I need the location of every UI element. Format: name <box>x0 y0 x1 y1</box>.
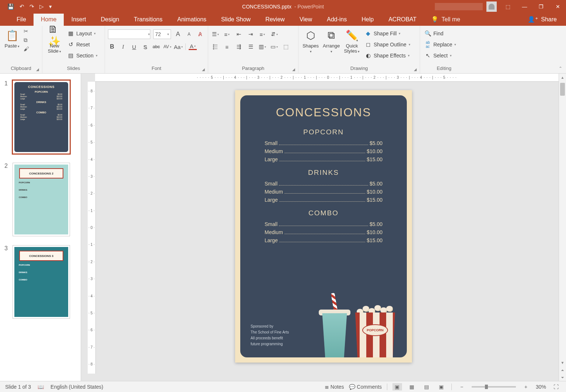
tab-file[interactable]: File <box>9 14 34 26</box>
collapse-ribbon-icon[interactable]: ⌃ <box>559 66 562 71</box>
slide-counter[interactable]: Slide 1 of 3 <box>5 384 31 390</box>
increase-indent-button[interactable]: ⇥ <box>247 30 255 38</box>
share-button[interactable]: 👤⁺ Share <box>528 16 557 26</box>
shape-outline-button[interactable]: ◻Shape Outline <box>363 40 412 49</box>
paste-button[interactable]: 📋 Paste <box>3 28 21 49</box>
font-size-select[interactable]: 72▾ <box>153 29 171 39</box>
align-left-button[interactable]: ⬱ <box>211 43 219 51</box>
menu-row[interactable]: Small$5.00 <box>265 140 382 146</box>
clipboard-dialog-launcher[interactable]: ◢ <box>36 67 41 73</box>
tell-me-search[interactable]: 💡 Tell me <box>424 13 468 26</box>
font-family-select[interactable]: ▾ <box>108 29 150 39</box>
tab-design[interactable]: Design <box>93 14 126 26</box>
decrease-font-icon[interactable]: A <box>185 30 193 38</box>
slide-sorter-view-icon[interactable]: ▦ <box>407 383 417 391</box>
horizontal-ruler[interactable] <box>95 74 559 82</box>
fit-to-window-icon[interactable]: ⛶ <box>551 383 561 391</box>
account-avatar-icon[interactable] <box>486 1 497 12</box>
text-shadow-button[interactable]: S <box>141 43 149 51</box>
next-slide-icon[interactable]: ⏷ <box>559 374 566 381</box>
redo-icon[interactable]: ↷ <box>29 3 34 10</box>
font-color-button[interactable]: A <box>189 43 197 50</box>
text-direction-button[interactable]: ⇵ <box>270 30 278 38</box>
tab-transitions[interactable]: Transitions <box>126 14 170 26</box>
normal-view-icon[interactable]: ▣ <box>392 383 402 391</box>
find-button[interactable]: 🔍Find <box>423 29 445 38</box>
select-button[interactable]: ↖Select <box>423 52 453 60</box>
minimize-icon[interactable]: — <box>516 0 533 13</box>
tab-acrobat[interactable]: ACROBAT <box>381 14 424 26</box>
strikethrough-button[interactable]: abc <box>152 43 160 51</box>
align-text-button[interactable]: ▭ <box>270 43 278 51</box>
tab-view[interactable]: View <box>292 14 319 26</box>
format-painter-icon[interactable]: 🖌 <box>24 46 29 52</box>
slide-thumbnail-1[interactable]: CONCESSIONS POPCORN Small$5.00Medium$10.… <box>13 80 70 154</box>
menu-row[interactable]: Large$15.00 <box>265 156 382 162</box>
slide-thumbnail-3[interactable]: CONCESSIONS 3 POPCORN DRINKS COMBO <box>13 245 70 319</box>
close-icon[interactable]: ✕ <box>549 0 566 13</box>
tab-animations[interactable]: Animations <box>170 14 214 26</box>
italic-button[interactable]: I <box>119 43 127 51</box>
replace-button[interactable]: abacReplace <box>423 40 458 49</box>
menu-row[interactable]: Medium$10.00 <box>265 148 382 154</box>
reading-view-icon[interactable]: ▤ <box>422 383 432 391</box>
section-popcorn[interactable]: POPCORN <box>303 128 344 136</box>
zoom-slider[interactable] <box>472 386 516 388</box>
paragraph-dialog-launcher[interactable]: ◢ <box>292 67 297 73</box>
scroll-up-icon[interactable]: ▲ <box>559 74 566 81</box>
change-case-button[interactable]: Aa <box>174 43 182 51</box>
justify-button[interactable]: ☰ <box>247 43 255 51</box>
restore-icon[interactable]: ❐ <box>533 0 549 13</box>
spellcheck-icon[interactable]: 📖 <box>38 384 44 390</box>
shape-effects-button[interactable]: ◐Shape Effects <box>363 52 412 60</box>
smartart-button[interactable]: ⬚ <box>282 43 290 51</box>
menu-row[interactable]: Small$5.00 <box>265 221 382 227</box>
bold-button[interactable]: B <box>108 43 116 51</box>
font-dialog-launcher[interactable]: ◢ <box>202 67 207 73</box>
menu-row[interactable]: Large$15.00 <box>265 237 382 243</box>
bullets-button[interactable]: ☰ <box>211 30 219 38</box>
popcorn-drink-graphic[interactable]: POPCORN <box>320 295 397 357</box>
tab-addins[interactable]: Add-ins <box>319 14 354 26</box>
ribbon-display-options-icon[interactable]: ⬚ <box>500 0 516 13</box>
zoom-out-icon[interactable]: − <box>457 383 467 391</box>
vertical-ruler[interactable]: 87654321012345678 <box>88 82 96 374</box>
char-spacing-button[interactable]: AV <box>163 43 171 51</box>
tab-slideshow[interactable]: Slide Show <box>214 14 258 26</box>
menu-row[interactable]: Medium$10.00 <box>265 229 382 235</box>
save-icon[interactable]: 💾 <box>7 3 14 10</box>
account-name-box[interactable] <box>435 3 483 10</box>
clear-formatting-icon[interactable]: A̷ <box>196 30 204 38</box>
menu-row[interactable]: Small$5.00 <box>265 181 382 187</box>
tab-help[interactable]: Help <box>354 14 381 26</box>
scrollbar-thumb[interactable] <box>560 83 565 96</box>
copy-icon[interactable]: ⧉ <box>24 37 29 43</box>
sponsor-text[interactable]: Sponsored by The School of Fine Arts All… <box>251 324 289 347</box>
numbering-button[interactable]: ≡ <box>223 30 231 38</box>
slideshow-view-icon[interactable]: ▣ <box>437 383 446 391</box>
menu-row[interactable]: Large$15.00 <box>265 197 382 203</box>
increase-font-icon[interactable]: A <box>174 30 182 38</box>
prev-slide-icon[interactable]: ⏶ <box>559 366 566 374</box>
tab-review[interactable]: Review <box>258 14 292 26</box>
section-drinks[interactable]: DRINKS <box>308 169 339 177</box>
arrange-button[interactable]: ⧉ Arrange <box>322 28 340 54</box>
shapes-button[interactable]: ⬡ Shapes <box>301 28 320 54</box>
undo-icon[interactable]: ↶ <box>20 3 24 10</box>
align-right-button[interactable]: ⇶ <box>235 43 243 51</box>
quick-styles-button[interactable]: ✏️ Quick Styles <box>343 28 361 54</box>
menu-row[interactable]: Medium$10.00 <box>265 189 382 195</box>
zoom-in-icon[interactable]: + <box>521 383 531 391</box>
zoom-level[interactable]: 30% <box>536 384 546 390</box>
slide-thumbnail-2[interactable]: CONCESSIONS 2 POPCORN DRINKS COMBO <box>13 163 70 236</box>
section-combo[interactable]: COMBO <box>308 209 339 217</box>
cut-icon[interactable]: ✂ <box>24 28 29 35</box>
columns-button[interactable]: ▥ <box>258 43 266 51</box>
notes-button[interactable]: ≣ Notes <box>325 384 344 390</box>
slide-title[interactable]: CONCESSIONS <box>276 106 371 119</box>
section-button[interactable]: ▤Section <box>66 52 99 60</box>
align-center-button[interactable]: ≡ <box>223 43 231 51</box>
drawing-dialog-launcher[interactable]: ◢ <box>414 67 419 73</box>
decrease-indent-button[interactable]: ⇤ <box>235 30 243 38</box>
vertical-scrollbar[interactable]: ▲ ▼ ⏶ ⏷ <box>559 74 566 381</box>
